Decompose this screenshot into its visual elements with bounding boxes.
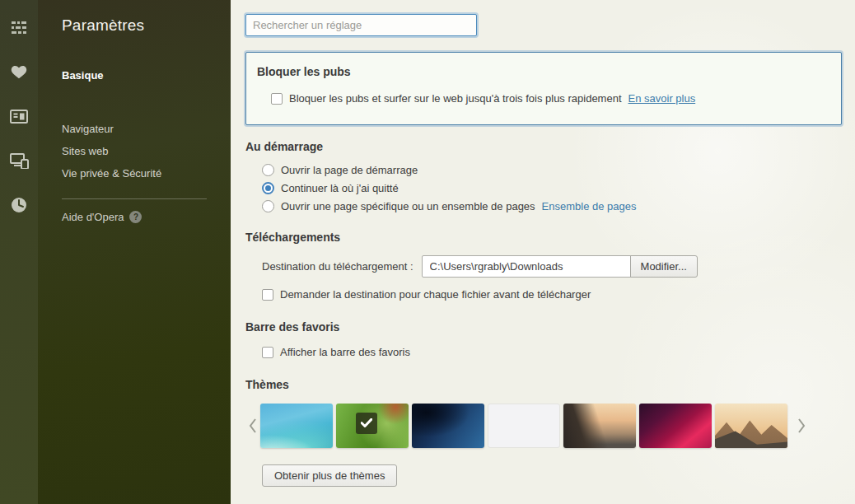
block-ads-checkbox[interactable]: [271, 93, 283, 105]
sidebar-item-vie-privee[interactable]: Vie privée & Sécurité: [62, 162, 231, 184]
block-ads-checkbox-label[interactable]: Bloquer les pubs et surfer sur le web ju…: [289, 92, 622, 105]
theme-thumbnail-desert-peaks[interactable]: [715, 404, 787, 448]
section-title-block-ads: Bloquer les pubs: [257, 65, 830, 78]
theme-thumbnail-blue-waves[interactable]: [260, 404, 333, 448]
section-themes: Thèmes: [245, 378, 834, 487]
download-destination-label: Destination du téléchargement :: [262, 260, 413, 273]
section-title-startup: Au démarrage: [245, 140, 834, 153]
selected-theme-check-icon: [356, 413, 377, 434]
sidebar-item-sites-web[interactable]: Sites web: [62, 140, 231, 162]
startup-option-label[interactable]: Continuer là où j'ai quitté: [281, 182, 399, 194]
modify-destination-button[interactable]: Modifier...: [630, 255, 698, 278]
get-more-themes-button[interactable]: Obtenir plus de thèmes: [262, 464, 397, 487]
page-set-link[interactable]: Ensemble de pages: [542, 200, 637, 212]
theme-thumbnail-red-abstract[interactable]: [639, 404, 712, 448]
learn-more-link[interactable]: En savoir plus: [628, 92, 696, 105]
startup-radio-start-page[interactable]: [262, 164, 274, 176]
opera-help-link[interactable]: Aide d'Opera ?: [62, 211, 231, 223]
speed-dial-icon[interactable]: [8, 16, 30, 38]
show-favorites-bar-checkbox[interactable]: [262, 347, 273, 358]
sidebar-item-navigateur[interactable]: Navigateur: [62, 118, 231, 140]
carousel-next-icon[interactable]: [794, 404, 809, 448]
opera-settings-page: Paramètres Basique Navigateur Sites web …: [0, 0, 855, 504]
carousel-prev-icon[interactable]: [245, 404, 260, 448]
theme-thumbnail-mountain-cliffs[interactable]: [563, 404, 636, 448]
section-downloads: Téléchargements Destination du télécharg…: [245, 231, 834, 301]
ask-destination-checkbox[interactable]: [262, 289, 273, 301]
download-destination-input[interactable]: [422, 255, 631, 278]
news-icon[interactable]: [8, 105, 30, 127]
show-favorites-bar-label[interactable]: Afficher la barre des favoris: [280, 346, 410, 358]
theme-thumbnail-dark-feathers[interactable]: [412, 404, 484, 448]
theme-thumbnail-plain-light[interactable]: [488, 404, 560, 448]
settings-sidebar: Paramètres Basique Navigateur Sites web …: [38, 0, 231, 504]
help-question-icon: ?: [129, 211, 142, 223]
history-clock-icon[interactable]: [8, 194, 30, 216]
bookmarks-heart-icon[interactable]: [8, 61, 30, 82]
startup-radio-specific-page[interactable]: [262, 200, 274, 212]
search-input[interactable]: [245, 14, 477, 36]
help-label: Aide d'Opera: [62, 211, 124, 223]
section-favorites-bar: Barre des favoris Afficher la barre des …: [245, 320, 834, 358]
section-block-ads: Bloquer les pubs Bloquer les pubs et sur…: [245, 52, 842, 125]
devices-sync-icon[interactable]: [8, 150, 30, 171]
page-title: Paramètres: [62, 16, 231, 35]
startup-option-label[interactable]: Ouvrir une page spécifique ou un ensembl…: [281, 200, 535, 212]
themes-carousel: [245, 404, 834, 448]
section-startup: Au démarrage Ouvrir la page de démarrage…: [245, 140, 834, 213]
startup-option-label[interactable]: Ouvrir la page de démarrage: [281, 164, 418, 176]
section-title-downloads: Téléchargements: [245, 231, 834, 244]
section-title-favorites-bar: Barre des favoris: [245, 320, 834, 334]
theme-thumbnail-green-leaf-selected[interactable]: [336, 404, 409, 448]
section-title-themes: Thèmes: [245, 378, 834, 391]
sidebar-item-basique[interactable]: Basique: [62, 64, 231, 86]
startup-radio-continue[interactable]: [262, 182, 274, 194]
settings-content: Bloquer les pubs Bloquer les pubs et sur…: [231, 0, 855, 504]
left-icon-rail: [0, 0, 38, 504]
sidebar-divider: [62, 198, 207, 199]
ask-destination-label[interactable]: Demander la destination pour chaque fich…: [280, 288, 591, 301]
